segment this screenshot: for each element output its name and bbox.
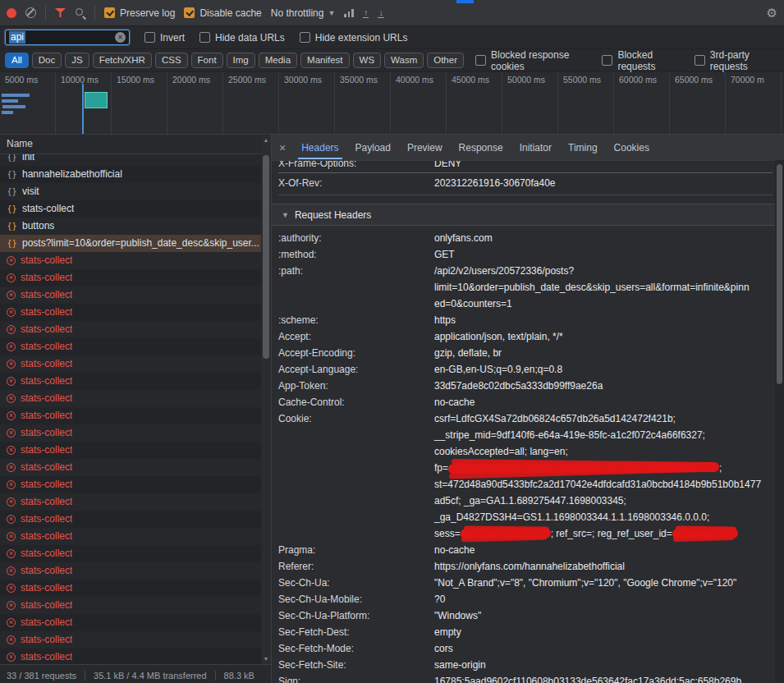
type-filter-font[interactable]: Font <box>191 53 223 68</box>
timeline-tick-label: 50000 ms <box>502 72 557 85</box>
hide-extension-urls-label: Hide extension URLs <box>315 32 408 44</box>
request-row[interactable]: ×stats-collect <box>0 562 271 580</box>
header-name: Sec-Fetch-Site: <box>278 657 434 673</box>
network-filter-input[interactable]: api × <box>5 30 130 45</box>
header-value: 16785:5aad9602cf110608b03133de563642fac1… <box>434 673 773 683</box>
request-row[interactable]: {}visit <box>0 183 271 200</box>
details-tab-bar: × HeadersPayloadPreviewResponseInitiator… <box>272 135 784 161</box>
scrollbar-thumb[interactable] <box>263 155 269 359</box>
export-har-icon[interactable]: ↓ <box>378 8 384 18</box>
header-row: Referer:https://onlyfans.com/hannaheliza… <box>278 558 773 575</box>
type-filter-other[interactable]: Other <box>427 53 464 68</box>
request-row[interactable]: ×stats-collect <box>0 304 271 321</box>
type-filter-css[interactable]: CSS <box>155 53 188 68</box>
request-row[interactable]: ×stats-collect <box>0 614 271 631</box>
request-row[interactable]: ×stats-collect <box>0 373 271 390</box>
request-row[interactable]: {}init <box>0 154 271 166</box>
header-row: X-Frame-Options:DENY <box>278 161 773 172</box>
section-title: Request Headers <box>295 205 371 225</box>
header-row: Accept-Encoding:gzip, deflate, br <box>278 345 773 361</box>
request-row[interactable]: ×stats-collect <box>0 493 271 511</box>
tab-preview[interactable]: Preview <box>399 136 451 159</box>
request-list-scrollbar[interactable]: ▲ ▼ <box>261 135 271 664</box>
tab-timing[interactable]: Timing <box>560 136 606 159</box>
close-icon[interactable]: × <box>272 141 293 154</box>
disclosure-triangle-icon: ▼ <box>282 205 289 225</box>
hide-extension-urls-checkbox[interactable]: Hide extension URLs <box>300 32 408 44</box>
request-row[interactable]: ×stats-collect <box>0 528 271 545</box>
request-row[interactable]: ×stats-collect <box>0 459 271 476</box>
blocked-requests-checkbox[interactable]: Blocked requests <box>602 49 682 72</box>
request-row[interactable]: ×stats-collect <box>0 338 271 355</box>
disable-cache-checkbox[interactable]: Disable cache <box>184 7 261 19</box>
blocked-response-cookies-checkbox[interactable]: Blocked response cookies <box>475 49 590 72</box>
request-row[interactable]: ×stats-collect <box>0 580 271 597</box>
type-filter-fetch-xhr[interactable]: Fetch/XHR <box>93 53 152 68</box>
search-icon[interactable] <box>75 7 85 18</box>
details-scrollbar[interactable] <box>775 160 784 683</box>
resources-size: 88.3 kB <box>215 671 254 681</box>
request-row[interactable]: ×stats-collect <box>0 631 271 649</box>
clear-icon[interactable] <box>25 7 36 18</box>
selection-marker <box>82 84 84 134</box>
request-row[interactable]: ×stats-collect <box>0 355 271 373</box>
scrollbar-track[interactable] <box>261 145 271 654</box>
type-filter-doc[interactable]: Doc <box>32 53 62 68</box>
type-filter-js[interactable]: JS <box>65 53 89 68</box>
request-row[interactable]: ×stats-collect <box>0 407 271 424</box>
tab-payload[interactable]: Payload <box>347 136 399 159</box>
scroll-down-icon[interactable]: ▼ <box>264 654 269 664</box>
request-row[interactable]: ×stats-collect <box>0 252 271 269</box>
request-row[interactable]: ×stats-collect <box>0 390 271 407</box>
network-conditions-icon[interactable] <box>344 9 354 17</box>
request-row[interactable]: ×stats-collect <box>0 649 271 664</box>
request-row[interactable]: ×stats-collect <box>0 269 271 286</box>
network-summary-bar: 33 / 381 requests 35.1 kB / 4.4 MB trans… <box>0 664 271 683</box>
clear-filter-icon[interactable]: × <box>115 32 126 43</box>
request-row[interactable]: {}hannahelizabethofficial <box>0 166 271 183</box>
failed-request-icon: × <box>7 291 16 300</box>
request-row[interactable]: {}stats-collect <box>0 200 271 218</box>
record-icon[interactable] <box>7 8 16 18</box>
timeline-overview[interactable]: 5000 ms10000 ms15000 ms20000 ms25000 ms3… <box>0 72 784 135</box>
third-party-requests-label: 3rd-party requests <box>710 49 779 72</box>
name-column-header[interactable]: Name <box>0 135 271 154</box>
request-row[interactable]: ×stats-collect <box>0 511 271 528</box>
type-filter-wasm[interactable]: Wasm <box>384 53 424 68</box>
type-filter-ws[interactable]: WS <box>353 53 382 68</box>
filter-icon[interactable] <box>55 8 66 17</box>
type-filter-manifest[interactable]: Manifest <box>300 53 349 68</box>
request-row[interactable]: {}posts?limit=10&order=publish_date_desc… <box>0 235 271 252</box>
third-party-requests-checkbox[interactable]: 3rd-party requests <box>695 49 779 72</box>
tab-initiator[interactable]: Initiator <box>511 136 560 159</box>
preserve-log-checkbox[interactable]: Preserve log <box>104 7 175 19</box>
invert-checkbox[interactable]: Invert <box>144 32 185 44</box>
hide-data-urls-checkbox[interactable]: Hide data URLs <box>199 32 285 44</box>
selected-window[interactable] <box>85 92 108 108</box>
header-row: Sec-Ch-Ua:"Not_A Brand";v="8", "Chromium… <box>278 575 773 591</box>
request-row[interactable]: ×stats-collect <box>0 597 271 614</box>
request-row[interactable]: ×stats-collect <box>0 545 271 562</box>
type-filter-media[interactable]: Media <box>259 53 297 68</box>
request-row[interactable]: ×stats-collect <box>0 442 271 459</box>
scrollbar-thumb[interactable] <box>777 164 782 384</box>
request-row[interactable]: ×stats-collect <box>0 286 271 304</box>
gear-icon[interactable]: ⚙ <box>767 7 777 19</box>
type-filter-all[interactable]: All <box>5 53 29 68</box>
failed-request-icon: × <box>7 273 16 282</box>
import-har-icon[interactable]: ↑ <box>363 8 369 18</box>
throttling-dropdown[interactable]: No throttling ▼ <box>271 7 336 19</box>
request-row[interactable]: ×stats-collect <box>0 424 271 442</box>
tab-headers[interactable]: Headers <box>293 136 346 159</box>
request-row[interactable]: ×stats-collect <box>0 321 271 338</box>
request-row[interactable]: ×stats-collect <box>0 476 271 493</box>
request-headers-section[interactable]: ▼ Request Headers <box>272 204 784 226</box>
type-filter-img[interactable]: Img <box>227 53 255 68</box>
failed-request-icon: × <box>7 394 16 403</box>
redaction-scribble <box>672 529 738 539</box>
tab-cookies[interactable]: Cookies <box>606 136 658 159</box>
scroll-up-icon[interactable]: ▲ <box>264 135 269 145</box>
tab-response[interactable]: Response <box>451 136 511 159</box>
request-row[interactable]: {}buttons <box>0 218 271 235</box>
header-row: Sec-Ch-Ua-Mobile:?0 <box>278 591 773 607</box>
